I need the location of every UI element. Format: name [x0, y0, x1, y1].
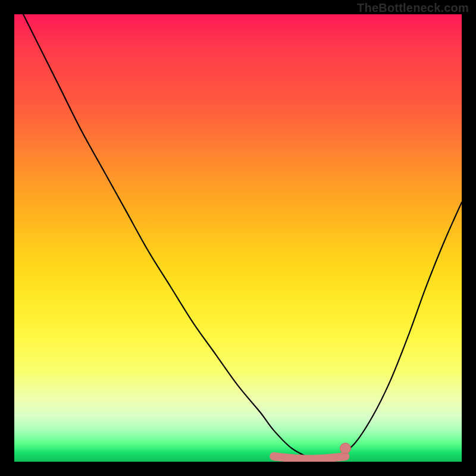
watermark-text: TheBottleneck.com	[357, 1, 469, 15]
chart-frame: TheBottleneck.com	[0, 0, 476, 476]
optimal-zone-band	[274, 456, 345, 459]
curve-layer	[14, 14, 462, 462]
optimal-end-dot	[340, 443, 350, 453]
bottleneck-curve	[14, 14, 462, 459]
plot-area	[14, 14, 462, 462]
